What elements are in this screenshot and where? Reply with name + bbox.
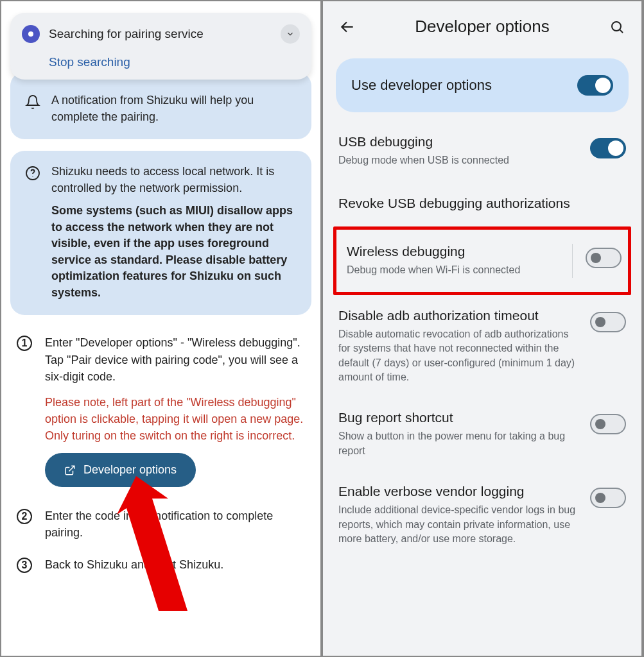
use-developer-options-switch[interactable] (577, 75, 613, 96)
chevron-down-icon[interactable] (281, 24, 300, 44)
adb-timeout-switch[interactable] (590, 312, 626, 332)
step-2: 2 Enter the code in the notification to … (15, 508, 306, 541)
verbose-label: Enable verbose vendor logging (338, 484, 581, 499)
tip-pairing-notification: A notification from Shizuku will help yo… (10, 72, 311, 139)
step1-text: Enter "Developer options" - "Wireless de… (45, 334, 306, 384)
adb-timeout-label: Disable adb authorization timeout (338, 308, 581, 323)
step2-text: Enter the code in the notification to co… (45, 508, 306, 541)
developer-options-button-label: Developer options (83, 463, 177, 477)
disable-adb-timeout-row[interactable]: Disable adb authorization timeout Disabl… (323, 295, 641, 398)
tip2-p2: Some systems (such as MIUI) disallow app… (51, 203, 297, 301)
verbose-desc: Include additional device-specific vendo… (338, 503, 581, 546)
step-number-3: 3 (15, 556, 33, 574)
usb-debugging-switch[interactable] (590, 138, 626, 158)
developer-options-pane: Developer options Use developer options … (323, 1, 641, 656)
shizuku-app-pane: Searching for pairing service Stop searc… (1, 1, 320, 656)
svg-line-3 (69, 466, 74, 471)
developer-options-button[interactable]: Developer options (45, 453, 196, 487)
app-icon (22, 25, 40, 43)
adb-timeout-desc: Disable automatic revocation of adb auth… (338, 327, 581, 385)
usb-debugging-row[interactable]: USB debugging Debug mode when USB is con… (323, 121, 641, 180)
use-developer-options-row[interactable]: Use developer options (336, 58, 629, 112)
page-title: Developer options (360, 17, 604, 37)
back-button[interactable] (335, 19, 360, 35)
annotation-highlight-box: Wireless debugging Debug mode when Wi-Fi… (333, 226, 631, 294)
step-1: 1 Enter "Developer options" - "Wireless … (15, 334, 306, 492)
verbose-switch[interactable] (590, 488, 626, 508)
wireless-debugging-label: Wireless debugging (347, 244, 559, 259)
bug-shortcut-switch[interactable] (590, 414, 626, 434)
usb-debugging-label: USB debugging (338, 134, 581, 149)
bug-shortcut-desc: Show a button in the power menu for taki… (338, 429, 581, 458)
external-link-icon (64, 465, 76, 476)
usb-debugging-desc: Debug mode when USB is connected (338, 153, 581, 167)
step3-text: Back to Shizuku and start Shizuku. (45, 556, 306, 574)
wireless-debugging-desc: Debug mode when Wi-Fi is connected (347, 263, 559, 277)
stop-searching-action[interactable]: Stop searching (49, 55, 300, 69)
pairing-notification[interactable]: Searching for pairing service Stop searc… (10, 13, 311, 80)
bug-shortcut-label: Bug report shortcut (338, 410, 581, 425)
svg-point-0 (28, 31, 33, 37)
wireless-debugging-row[interactable]: Wireless debugging Debug mode when Wi-Fi… (336, 230, 628, 291)
bug-report-shortcut-row[interactable]: Bug report shortcut Show a button in the… (323, 397, 641, 471)
master-label: Use developer options (351, 77, 492, 94)
header-bar: Developer options (323, 1, 641, 49)
bell-icon (24, 94, 41, 110)
question-icon (24, 165, 41, 182)
notification-title: Searching for pairing service (49, 27, 281, 41)
step1-note: Please note, left part of the "Wireless … (45, 394, 306, 444)
search-button[interactable] (604, 19, 630, 35)
tip1-line1: A notification from Shizuku will help yo… (51, 92, 254, 109)
step-number-2: 2 (15, 508, 33, 525)
svg-line-7 (620, 30, 623, 33)
tip-network-permission: Shizuku needs to access local network. I… (10, 151, 311, 315)
step-number-1: 1 (15, 334, 33, 352)
verbose-vendor-logging-row[interactable]: Enable verbose vendor logging Include ad… (323, 471, 641, 559)
wireless-debugging-switch[interactable] (586, 248, 622, 268)
svg-point-6 (612, 22, 621, 31)
tip2-p1: Shizuku needs to access local network. I… (51, 164, 297, 196)
search-icon (609, 19, 625, 35)
step-3: 3 Back to Shizuku and start Shizuku. (15, 556, 306, 574)
revoke-usb-auth-row[interactable]: Revoke USB debugging authorizations (323, 180, 641, 226)
tip1-line2: complete the pairing. (51, 109, 254, 126)
row-divider (572, 244, 573, 277)
